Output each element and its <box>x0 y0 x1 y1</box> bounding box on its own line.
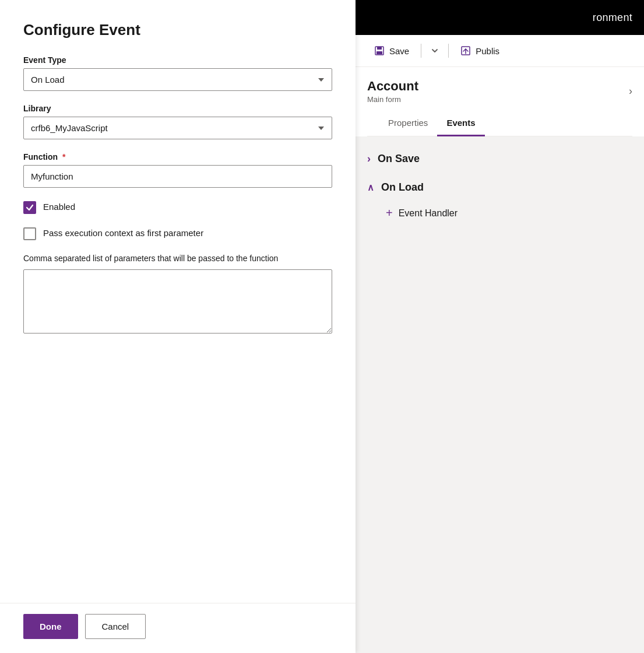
publish-icon <box>460 45 471 56</box>
function-label: Function * <box>23 152 332 162</box>
event-type-group: Event Type On Load On Save On Change <box>23 55 332 91</box>
on-save-title: On Save <box>378 153 420 165</box>
library-select[interactable]: crfb6_MyJavaScript <box>23 117 332 139</box>
save-label: Save <box>389 46 409 56</box>
save-icon <box>374 45 385 56</box>
on-load-title: On Load <box>381 181 424 194</box>
event-type-select-wrapper: On Load On Save On Change <box>23 68 332 91</box>
on-load-chevron-icon: ∧ <box>367 182 374 193</box>
right-panel: ronment Save Publis <box>356 0 644 653</box>
dialog-content: Configure Event Event Type On Load On Sa… <box>0 0 356 603</box>
on-save-chevron-icon: › <box>367 153 371 165</box>
svg-rect-1 <box>377 47 382 50</box>
publish-label: Publis <box>476 46 499 56</box>
params-group: Comma separated list of parameters that … <box>23 253 332 336</box>
account-header: Account Main form › <box>367 79 632 111</box>
toolbar-divider-2 <box>448 44 449 58</box>
account-info: Account Main form <box>367 79 418 104</box>
event-type-select[interactable]: On Load On Save On Change <box>23 68 332 91</box>
publish-button[interactable]: Publis <box>453 41 506 61</box>
add-event-handler-row[interactable]: + Event Handler <box>367 201 632 226</box>
account-section: Account Main form › Properties Events <box>356 67 644 136</box>
function-input[interactable] <box>23 165 332 188</box>
right-header: ronment <box>356 0 644 35</box>
header-partial-title: ronment <box>593 12 632 24</box>
library-label: Library <box>23 104 332 113</box>
on-save-header[interactable]: › On Save <box>367 146 632 172</box>
plus-icon: + <box>386 206 393 220</box>
pass-context-checkbox[interactable] <box>23 227 36 240</box>
params-label: Comma separated list of parameters that … <box>23 253 332 265</box>
account-expand-icon[interactable]: › <box>629 85 632 97</box>
save-button[interactable]: Save <box>367 41 416 61</box>
events-content: › On Save ∧ On Load + Event Handler <box>356 136 644 237</box>
tabs-row: Properties Events <box>367 111 632 136</box>
chevron-down-icon <box>431 47 439 55</box>
params-textarea[interactable] <box>23 269 332 333</box>
add-handler-label: Event Handler <box>399 208 458 219</box>
enabled-checkbox[interactable] <box>23 201 36 214</box>
on-load-header[interactable]: ∧ On Load <box>367 174 632 201</box>
event-type-label: Event Type <box>23 55 332 65</box>
pass-context-label: Pass execution context as first paramete… <box>43 227 203 239</box>
account-subtitle: Main form <box>367 95 418 104</box>
svg-rect-2 <box>376 51 382 54</box>
function-group: Function * <box>23 152 332 188</box>
enabled-row: Enabled <box>23 201 332 214</box>
configure-event-dialog: Configure Event Event Type On Load On Sa… <box>0 0 356 653</box>
on-load-section: ∧ On Load + Event Handler <box>367 174 632 226</box>
library-group: Library crfb6_MyJavaScript <box>23 104 332 139</box>
tab-events[interactable]: Events <box>437 111 484 136</box>
on-save-section: › On Save <box>367 146 632 172</box>
library-select-wrapper: crfb6_MyJavaScript <box>23 117 332 139</box>
dialog-title: Configure Event <box>23 21 332 39</box>
pass-context-row: Pass execution context as first paramete… <box>23 227 332 240</box>
account-name: Account <box>367 79 418 94</box>
dialog-footer: Done Cancel <box>0 603 356 653</box>
required-marker: * <box>60 152 65 162</box>
toolbar: Save Publis <box>356 35 644 67</box>
done-button[interactable]: Done <box>23 614 78 639</box>
cancel-button[interactable]: Cancel <box>85 614 146 639</box>
enabled-label: Enabled <box>43 201 75 213</box>
save-dropdown-button[interactable] <box>426 42 444 59</box>
toolbar-divider <box>421 44 421 58</box>
tab-properties[interactable]: Properties <box>379 111 437 136</box>
